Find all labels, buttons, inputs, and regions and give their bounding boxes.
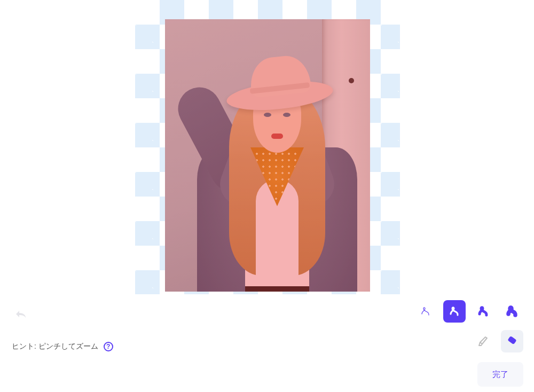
photo-waist — [245, 286, 309, 292]
editor-canvas[interactable] — [135, 0, 400, 294]
brush-size-row — [414, 300, 523, 323]
undo-button[interactable] — [12, 308, 29, 320]
brush-size-xs[interactable] — [414, 300, 437, 323]
eraser-icon — [505, 334, 519, 348]
squiggle-icon — [505, 304, 519, 318]
eraser-tool-button[interactable] — [501, 330, 523, 352]
brush-size-sm[interactable] — [443, 300, 466, 323]
done-button[interactable]: 完了 — [477, 362, 523, 387]
help-icon[interactable]: ? — [104, 342, 113, 351]
tool-row — [472, 330, 523, 352]
brush-size-md[interactable] — [472, 300, 494, 323]
brush-tool-button[interactable] — [472, 330, 494, 352]
hint-text: ヒント: ピンチしてズーム — [12, 342, 98, 351]
squiggle-icon — [476, 304, 490, 318]
hint-row: ヒント: ピンチしてズーム ? — [12, 342, 113, 351]
photo-with-mask — [165, 19, 370, 292]
paintbrush-icon — [476, 334, 490, 348]
undo-icon — [13, 309, 28, 319]
photo-hat — [226, 57, 333, 110]
svg-rect-0 — [507, 336, 516, 344]
squiggle-icon — [419, 304, 433, 318]
squiggle-icon — [447, 304, 461, 318]
brush-size-lg[interactable] — [501, 300, 523, 323]
done-button-label: 完了 — [492, 370, 508, 380]
